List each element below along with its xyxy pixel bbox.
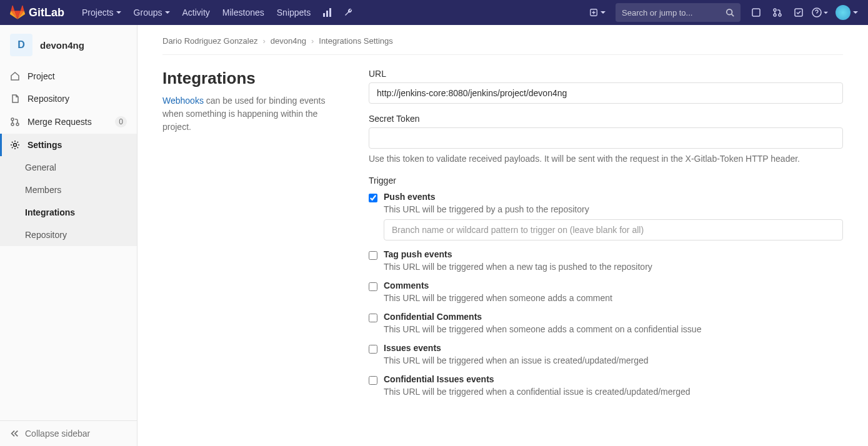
question-icon [812,7,822,17]
trigger-conf-comments: Confidential Comments This URL will be t… [369,312,843,334]
trigger-conf-comments-label: Confidential Comments [384,312,843,322]
nav-wrench-icon[interactable] [338,0,359,25]
sidebar-sub-members[interactable]: Members [0,179,137,201]
trigger-issues-checkbox[interactable] [369,345,377,354]
nav-milestones[interactable]: Milestones [216,0,271,25]
trigger-comments-label: Comments [384,280,843,290]
trigger-issues-desc: This URL will be triggered when an issue… [384,355,843,365]
sidebar-item-project[interactable]: Project [0,65,137,87]
secret-token-help: Use this token to validate received payl… [369,152,843,166]
svg-rect-5 [752,9,760,16]
page-title: Integrations [162,69,344,88]
trigger-comments-checkbox[interactable] [369,282,377,291]
user-menu[interactable] [831,5,858,20]
push-branch-filter-input[interactable] [384,219,843,240]
trigger-conf-issues-checkbox[interactable] [369,376,377,385]
project-name: devon4ng [40,40,84,51]
breadcrumbs: Dario Rodriguez Gonzalez › devon4ng › In… [162,25,843,55]
sidebar-sub-integrations[interactable]: Integrations [0,201,137,224]
plus-icon [589,8,598,17]
top-navbar: GitLab Projects Groups Activity Mileston… [0,0,868,25]
svg-point-6 [774,9,776,11]
brand-text: GitLab [29,6,64,19]
chevron-down-icon [853,10,858,15]
nav-merge-requests-icon[interactable] [767,0,788,25]
trigger-conf-comments-checkbox[interactable] [369,314,377,322]
trigger-tag-push-checkbox[interactable] [369,251,377,260]
breadcrumb-separator: › [311,36,314,46]
sidebar-item-settings[interactable]: Settings [0,134,137,156]
svg-rect-2 [329,8,331,17]
chevron-down-icon [601,10,606,15]
nav-groups[interactable]: Groups [127,0,176,25]
chevron-down-icon [824,11,828,15]
sidebar-sub-repository[interactable]: Repository [0,224,137,246]
svg-point-12 [11,123,14,126]
trigger-push-checkbox[interactable] [369,194,377,202]
trigger-push-desc: This URL will be triggered by a push to … [384,204,843,214]
svg-rect-0 [323,13,325,17]
project-sidebar: D devon4ng Project Repository Merge Requ… [0,25,137,446]
svg-point-11 [11,118,14,121]
home-icon [10,71,20,81]
project-avatar: D [10,34,32,56]
breadcrumb-separator: › [262,36,265,46]
nav-activity[interactable]: Activity [176,0,216,25]
webhooks-link[interactable]: Webhooks [162,96,204,106]
trigger-tag-push-label: Tag push events [384,249,843,259]
file-icon [10,94,20,104]
trigger-issues: Issues events This URL will be triggered… [369,343,843,365]
svg-point-14 [14,144,17,147]
breadcrumb-project[interactable]: devon4ng [271,36,306,46]
trigger-push-label: Push events [384,192,843,202]
url-input[interactable] [369,82,843,104]
sidebar-item-repository[interactable]: Repository [0,87,137,110]
nav-chart-icon[interactable] [317,0,338,25]
trigger-conf-comments-desc: This URL will be triggered when someone … [384,324,843,334]
search-icon [726,8,734,17]
nav-todos-icon[interactable] [788,0,809,25]
url-label: URL [369,69,843,79]
trigger-tag-push: Tag push events This URL will be trigger… [369,249,843,272]
trigger-conf-issues-label: Confidential Issues events [384,374,843,384]
chevron-double-left-icon [10,429,19,438]
trigger-comments: Comments This URL will be triggered when… [369,280,843,303]
secret-token-label: Secret Token [369,114,843,124]
nav-issues-icon[interactable] [746,0,767,25]
collapse-sidebar[interactable]: Collapse sidebar [0,420,137,446]
trigger-conf-issues: Confidential Issues events This URL will… [369,374,843,397]
breadcrumb-page: Integrations Settings [319,36,393,46]
svg-point-13 [16,123,19,126]
trigger-label: Trigger [369,176,843,186]
merge-icon [10,117,20,127]
trigger-push: Push events This URL will be triggered b… [369,192,843,240]
gear-icon [10,140,20,150]
nav-projects[interactable]: Projects [76,0,127,25]
page-description: Webhooks can be used for binding events … [162,94,344,134]
nav-snippets[interactable]: Snippets [271,0,317,25]
tanuki-icon [10,5,25,20]
chevron-down-icon [165,10,170,15]
trigger-comments-desc: This URL will be triggered when someone … [384,293,843,303]
trigger-issues-label: Issues events [384,343,843,353]
sidebar-sub-general[interactable]: General [0,156,137,179]
global-search[interactable]: Search or jump to... [616,3,741,22]
nav-new-dropdown[interactable] [584,8,611,17]
main-content: Dario Rodriguez Gonzalez › devon4ng › In… [137,25,868,446]
svg-rect-1 [326,11,328,17]
trigger-tag-push-desc: This URL will be triggered when a new ta… [384,262,843,272]
sidebar-project-header[interactable]: D devon4ng [0,25,137,65]
breadcrumb-owner[interactable]: Dario Rodriguez Gonzalez [162,36,257,46]
sidebar-item-merge-requests[interactable]: Merge Requests 0 [0,110,137,134]
merge-requests-count: 0 [115,116,127,127]
svg-point-4 [727,9,732,15]
svg-point-8 [779,14,781,16]
nav-help-dropdown[interactable] [809,0,831,25]
gitlab-logo[interactable]: GitLab [10,5,64,20]
chevron-down-icon [116,10,121,15]
svg-point-7 [774,14,776,16]
trigger-conf-issues-desc: This URL will be triggered when a confid… [384,387,843,397]
search-placeholder: Search or jump to... [622,8,726,17]
secret-token-input[interactable] [369,127,843,149]
user-avatar [836,5,851,20]
